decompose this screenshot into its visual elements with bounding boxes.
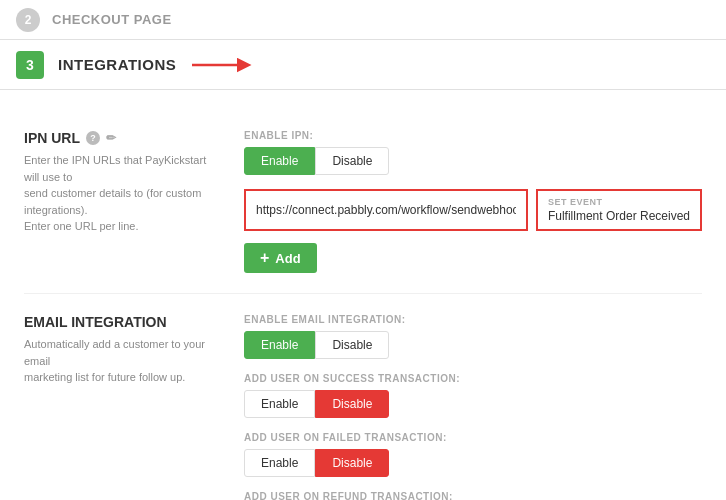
plus-icon: +: [260, 250, 269, 266]
email-title-text: EMAIL INTEGRATION: [24, 314, 167, 330]
ipn-right: ENABLE IPN: Enable Disable SET EVENT Ful…: [244, 130, 702, 273]
success-disable-button[interactable]: Disable: [315, 390, 389, 418]
main-content: IPN URL ? ✏ Enter the IPN URLs that PayK…: [0, 90, 726, 500]
step-3-number: 3: [16, 51, 44, 79]
ipn-left: IPN URL ? ✏ Enter the IPN URLs that PayK…: [24, 130, 244, 273]
failed-disable-button[interactable]: Disable: [315, 449, 389, 477]
checkout-page-title: CHECKOUT PAGE: [52, 12, 172, 27]
success-transaction-label: ADD USER ON SUCCESS TRANSACTION:: [244, 373, 702, 384]
ipn-enable-button[interactable]: Enable: [244, 147, 315, 175]
ipn-title-text: IPN URL: [24, 130, 80, 146]
success-transaction-toggle: Enable Disable: [244, 390, 702, 418]
failed-transaction-label: ADD USER ON FAILED TRANSACTION:: [244, 432, 702, 443]
set-event-box: SET EVENT Fulfillment Order Received: [536, 189, 702, 231]
email-disable-button[interactable]: Disable: [315, 331, 389, 359]
integrations-section-header: 3 INTEGRATIONS: [0, 40, 726, 90]
email-section: EMAIL INTEGRATION Automatically add a cu…: [24, 294, 702, 500]
add-url-button[interactable]: + Add: [244, 243, 317, 273]
checkout-page-header: 2 CHECKOUT PAGE: [0, 0, 726, 40]
enable-email-label: ENABLE EMAIL INTEGRATION:: [244, 314, 702, 325]
ipn-url-row: SET EVENT Fulfillment Order Received: [244, 189, 702, 231]
arrow-indicator: [192, 55, 252, 75]
success-enable-button[interactable]: Enable: [244, 390, 315, 418]
ipn-url-input[interactable]: [244, 189, 528, 231]
ipn-edit-icon[interactable]: ✏: [106, 131, 116, 145]
email-description: Automatically add a customer to your ema…: [24, 336, 224, 386]
integrations-title: INTEGRATIONS: [58, 56, 176, 73]
step-2-number: 2: [16, 8, 40, 32]
set-event-label: SET EVENT: [548, 197, 690, 207]
red-arrow-icon: [192, 55, 252, 75]
ipn-title-row: IPN URL ? ✏: [24, 130, 224, 146]
ipn-section: IPN URL ? ✏ Enter the IPN URLs that PayK…: [24, 110, 702, 294]
ipn-help-icon[interactable]: ?: [86, 131, 100, 145]
failed-enable-button[interactable]: Enable: [244, 449, 315, 477]
enable-ipn-label: ENABLE IPN:: [244, 130, 702, 141]
email-right: ENABLE EMAIL INTEGRATION: Enable Disable…: [244, 314, 702, 500]
ipn-disable-button[interactable]: Disable: [315, 147, 389, 175]
set-event-value: Fulfillment Order Received: [548, 209, 690, 223]
email-left: EMAIL INTEGRATION Automatically add a cu…: [24, 314, 244, 500]
refund-transaction-label: ADD USER ON REFUND TRANSACTION:: [244, 491, 702, 500]
failed-transaction-toggle: Enable Disable: [244, 449, 702, 477]
enable-email-toggle: Enable Disable: [244, 331, 702, 359]
email-enable-button[interactable]: Enable: [244, 331, 315, 359]
ipn-description: Enter the IPN URLs that PayKickstart wil…: [24, 152, 224, 235]
email-title-row: EMAIL INTEGRATION: [24, 314, 224, 330]
enable-ipn-toggle: Enable Disable: [244, 147, 702, 175]
add-btn-label: Add: [275, 251, 300, 266]
